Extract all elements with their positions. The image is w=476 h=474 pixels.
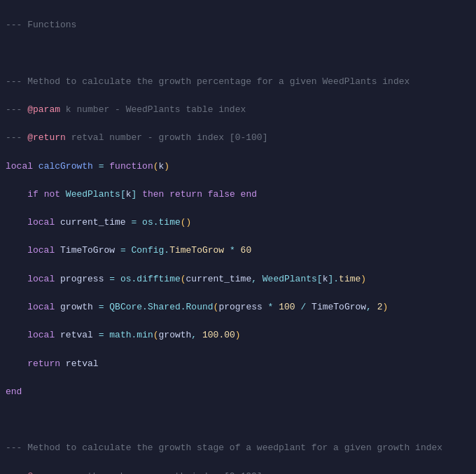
if-not-weedplants: if not WeedPlants[k] then return false e… [6,189,257,200]
comment-param-k: --- @param k number - WeedPlants table i… [6,104,246,115]
comment-calcstage-desc: --- Method to calculate the growth stage… [6,442,442,453]
comment-param-growth: --- @param growth number - growth index … [6,471,262,474]
local-progress: local progress = os.difftime(current_tim… [6,274,366,284]
local-current-time: local current_time = os.time() [6,217,191,228]
comment-return-growth: --- @return retval number - growth index… [6,132,267,143]
local-retval-growth: local retval = math.min(growth, 100.00) [6,330,241,340]
comment-calcgrowth-desc: --- Method to calculate the growth perce… [6,76,410,87]
return-retval-growth: return retval [6,358,99,369]
comment-functions: --- Functions [6,20,76,30]
local-calcgrowth: local calcGrowth = function(k) [6,161,169,172]
local-growth: local growth = QBCore.Shared.Round(progr… [6,302,388,312]
local-timetogrow: local TimeToGrow = Config.TimeToGrow * 6… [6,245,251,256]
end-calcgrowth: end [6,386,22,397]
code-editor: --- Functions --- Method to calculate th… [0,0,476,474]
